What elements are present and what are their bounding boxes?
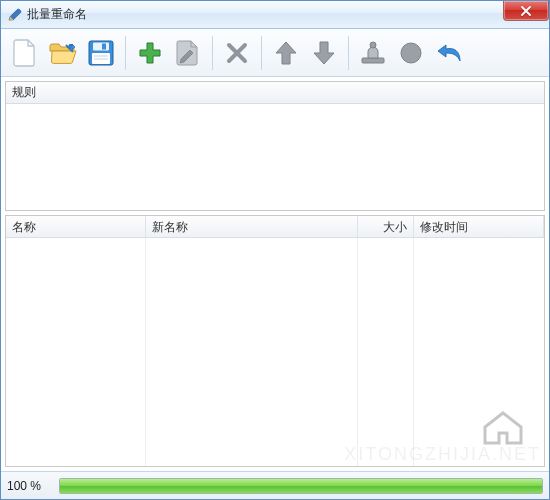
toolbar-separator (348, 36, 349, 70)
file-list-body[interactable] (6, 238, 544, 466)
rules-panel: 规则 (5, 81, 545, 211)
undo-icon (435, 41, 463, 65)
svg-point-8 (401, 43, 421, 63)
progress-bar (59, 478, 543, 494)
file-list-header: 名称 新名称 大小 修改时间 (6, 216, 544, 238)
column-header-mtime[interactable]: 修改时间 (414, 216, 544, 237)
pencil-icon (7, 7, 23, 23)
arrow-up-icon (274, 40, 298, 66)
status-bar: 100 % (1, 471, 549, 499)
rules-header: 规则 (6, 82, 544, 104)
move-up-button[interactable] (268, 35, 304, 71)
window-title: 批量重命名 (27, 6, 87, 23)
svg-rect-1 (93, 42, 109, 50)
delete-button[interactable] (219, 35, 255, 71)
title-bar: 批量重命名 (1, 1, 549, 29)
toolbar-separator (125, 36, 126, 70)
arrow-down-icon (312, 40, 336, 66)
floppy-disk-icon (87, 39, 115, 67)
folder-open-icon (48, 40, 78, 66)
toolbar-separator (212, 36, 213, 70)
app-window: 批量重命名 (0, 0, 550, 500)
file-new-icon (12, 38, 38, 68)
svg-rect-2 (102, 43, 106, 49)
edit-button[interactable] (170, 35, 206, 71)
close-icon (520, 5, 532, 17)
column-header-newname[interactable]: 新名称 (146, 216, 358, 237)
new-button[interactable] (7, 35, 43, 71)
svg-rect-6 (362, 58, 384, 63)
apply-button[interactable] (355, 35, 391, 71)
delete-x-icon (225, 41, 249, 65)
stamp-icon (359, 40, 387, 66)
close-button[interactable] (503, 1, 549, 21)
rules-list[interactable] (6, 104, 544, 210)
undo-button[interactable] (431, 35, 467, 71)
circle-icon (399, 41, 423, 65)
add-button[interactable] (132, 35, 168, 71)
open-button[interactable] (45, 35, 81, 71)
window-controls (503, 1, 549, 21)
content-area: 规则 名称 新名称 大小 修改时间 (1, 77, 549, 471)
save-button[interactable] (83, 35, 119, 71)
progress-label: 100 % (7, 479, 51, 493)
toolbar-separator (261, 36, 262, 70)
file-list-panel: 名称 新名称 大小 修改时间 (5, 215, 545, 467)
rules-header-label: 规则 (12, 84, 36, 101)
run-button[interactable] (393, 35, 429, 71)
column-header-name[interactable]: 名称 (6, 216, 146, 237)
progress-fill (60, 479, 542, 493)
plus-icon (137, 40, 163, 66)
column-header-size[interactable]: 大小 (358, 216, 414, 237)
toolbar (1, 29, 549, 77)
move-down-button[interactable] (306, 35, 342, 71)
svg-rect-7 (370, 42, 376, 48)
edit-page-icon (175, 39, 201, 67)
